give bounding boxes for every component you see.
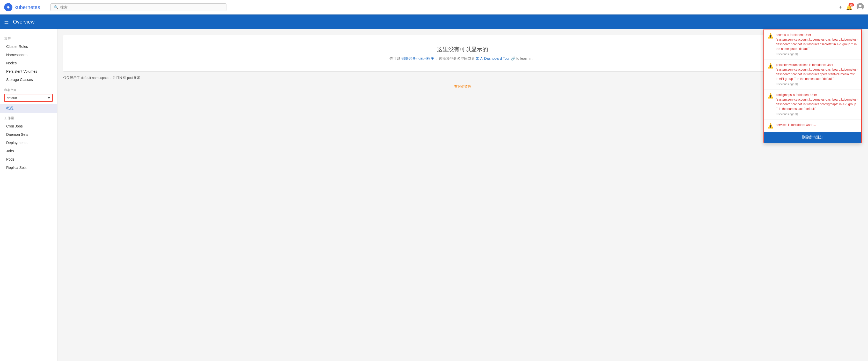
sidebar-item-replica-sets[interactable]: Replica Sets xyxy=(0,163,57,172)
sidebar-item-overview[interactable]: 概况 xyxy=(0,104,57,113)
empty-desc-mid: ，选择其他命名空间或者 xyxy=(435,56,475,61)
error-icon-1: ⚠️ xyxy=(768,33,773,39)
notification-content-4: services is forbidden: User ... xyxy=(776,123,858,127)
empty-state-card: 这里没有可以显示的 你可以 部署容器化应用程序 ，选择其他命名空间或者 加入 D… xyxy=(63,35,862,71)
avatar-button[interactable] xyxy=(857,3,864,12)
main-layout: 集群 Cluster Roles Namespaces Nodes Persis… xyxy=(0,29,868,361)
logo-text: kubernetes xyxy=(14,4,40,10)
notification-message-4: services is forbidden: User ... xyxy=(776,123,858,127)
svg-point-1 xyxy=(859,5,862,7)
search-input[interactable] xyxy=(60,5,223,9)
empty-state-title: 这里没有可以显示的 xyxy=(73,45,851,53)
header-bar: ☰ Overview xyxy=(0,14,868,29)
search-icon: 🔍 xyxy=(54,5,58,9)
sidebar-item-cluster-roles[interactable]: Cluster Roles xyxy=(0,42,57,51)
error-icon-3: ⚠️ xyxy=(768,93,773,99)
notification-message-2: persistentvolumeclaims is forbidden: Use… xyxy=(776,63,858,81)
error-icon-2: ⚠️ xyxy=(768,63,773,69)
notification-item-1: ⚠️ secrets is forbidden: User "system:se… xyxy=(764,30,861,60)
logo-link[interactable]: ⎈ kubernetes xyxy=(4,3,40,11)
user-avatar-icon xyxy=(857,3,864,12)
notification-badge: 15 xyxy=(848,3,854,6)
sidebar-item-jobs[interactable]: Jobs xyxy=(0,147,57,155)
notification-content-1: secrets is forbidden: User "system:servi… xyxy=(776,33,858,56)
dismiss-all-button[interactable]: 删除所有通知 xyxy=(764,132,861,143)
namespace-select-wrap: default xyxy=(0,94,57,104)
sidebar-item-deployments[interactable]: Deployments xyxy=(0,139,57,147)
sidebar-item-storage-classes[interactable]: Storage Classes xyxy=(0,75,57,84)
empty-desc-suffix: to learn m... xyxy=(516,56,535,61)
warning-text: 有很多警告 xyxy=(63,84,862,89)
deploy-link[interactable]: 部署容器化应用程序 xyxy=(401,56,434,61)
sidebar-item-namespaces[interactable]: Namespaces xyxy=(0,51,57,59)
notification-message-3: configmaps is forbidden: User "system:se… xyxy=(776,93,858,111)
sidebar-item-persistent-volumes[interactable]: Persistent Volumes xyxy=(0,67,57,75)
empty-desc-prefix: 你可以 xyxy=(390,56,400,61)
notification-item-2: ⚠️ persistentvolumeclaims is forbidden: … xyxy=(764,60,861,90)
notification-time-1: 0 seconds ago 前 xyxy=(776,52,858,56)
empty-state-desc: 你可以 部署容器化应用程序 ，选择其他命名空间或者 加入 Dashboard T… xyxy=(73,56,851,61)
topnav-actions: + 🔔 15 xyxy=(839,3,864,12)
notification-item-4: ⚠️ services is forbidden: User ... xyxy=(764,120,861,132)
cluster-section-label: 集群 xyxy=(0,33,57,42)
notification-content-2: persistentvolumeclaims is forbidden: Use… xyxy=(776,63,858,86)
workload-section-label: 工作量 xyxy=(0,113,57,122)
sidebar-item-daemon-sets[interactable]: Daemon Sets xyxy=(0,130,57,139)
topnav: ⎈ kubernetes 🔍 + 🔔 15 xyxy=(0,0,868,14)
notification-item-3: ⚠️ configmaps is forbidden: User "system… xyxy=(764,90,861,120)
tour-link[interactable]: 加入 Dashboard Tour 🔗 xyxy=(476,56,516,61)
notification-message-1: secrets is forbidden: User "system:servi… xyxy=(776,33,858,51)
search-bar[interactable]: 🔍 xyxy=(51,3,226,11)
notifications-button[interactable]: 🔔 15 xyxy=(846,4,852,10)
page-title: Overview xyxy=(13,19,34,25)
namespace-select[interactable]: default xyxy=(4,94,53,102)
notification-time-3: 0 seconds ago 前 xyxy=(776,112,858,116)
hamburger-icon: ☰ xyxy=(4,19,9,25)
sidebar-item-pods[interactable]: Pods xyxy=(0,155,57,163)
namespace-info: 仅仅显示了 default namespace，并且没有 pod 显示 xyxy=(63,75,862,80)
add-button[interactable]: + xyxy=(839,4,842,10)
notification-time-2: 0 seconds ago 前 xyxy=(776,82,858,86)
notification-content-3: configmaps is forbidden: User "system:se… xyxy=(776,93,858,116)
sidebar-item-cron-jobs[interactable]: Cron Jobs xyxy=(0,122,57,130)
main-content: 这里没有可以显示的 你可以 部署容器化应用程序 ，选择其他命名空间或者 加入 D… xyxy=(57,29,868,361)
namespace-section-label: 命名空间 xyxy=(0,84,57,94)
sidebar-item-nodes[interactable]: Nodes xyxy=(0,59,57,67)
sidebar: 集群 Cluster Roles Namespaces Nodes Persis… xyxy=(0,29,57,361)
notification-panel: ⚠️ secrets is forbidden: User "system:se… xyxy=(764,29,862,143)
error-icon-4: ⚠️ xyxy=(768,123,773,129)
hamburger-button[interactable]: ☰ xyxy=(4,19,9,25)
k8s-logo-icon: ⎈ xyxy=(4,3,12,11)
